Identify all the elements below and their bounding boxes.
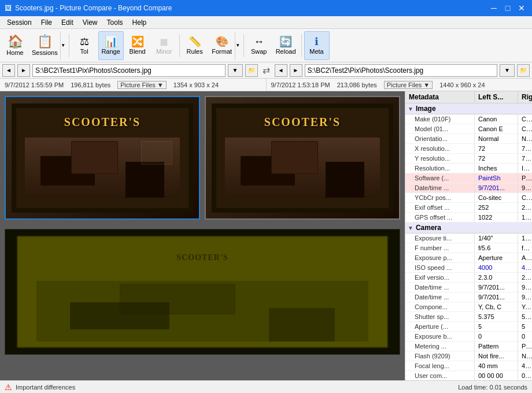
meta-button[interactable]: ℹ Meta bbox=[304, 31, 330, 60]
meta-val-left: 252 bbox=[475, 203, 518, 212]
meta-key: Metering ... bbox=[405, 342, 475, 351]
meta-key: Make (010F) bbox=[405, 114, 475, 124]
format-button-group[interactable]: 🎨 Format ▼ bbox=[209, 31, 241, 60]
home-icon: 🏠 bbox=[8, 35, 23, 48]
menu-session[interactable]: Session bbox=[2, 17, 36, 28]
meta-row: Software (... PaintSh PaintS bbox=[405, 173, 532, 183]
path-divider: ⇄ bbox=[260, 65, 272, 76]
meta-val-left: f/5.6 bbox=[475, 243, 518, 253]
meta-key: Orientatio... bbox=[405, 134, 475, 143]
left-path-input[interactable] bbox=[32, 64, 226, 77]
meta-key: F number ... bbox=[405, 243, 475, 253]
range-button[interactable]: 📊 Range bbox=[98, 31, 124, 60]
right-folder-button[interactable]: 📁 bbox=[517, 64, 530, 77]
meta-val-right: 1/40" bbox=[518, 233, 532, 243]
left-folder-button[interactable]: 📁 bbox=[245, 64, 258, 77]
meta-row: Make (010F) Canon Canon bbox=[405, 114, 532, 124]
meta-key: Focal leng... bbox=[405, 361, 475, 370]
meta-val-right: 40 mm bbox=[518, 361, 532, 370]
tol-button[interactable]: ⚖ Tol bbox=[72, 31, 97, 60]
meta-key: Model (01... bbox=[405, 124, 475, 134]
meta-key: Date/time ... bbox=[405, 283, 475, 292]
meta-val-right: 5 bbox=[518, 322, 532, 331]
meta-key: Exposure b... bbox=[405, 332, 475, 341]
right-file-info: 9/7/2012 1:53:18 PM 213,086 bytes Pictur… bbox=[267, 81, 533, 89]
meta-val-left: PaintSh bbox=[475, 173, 518, 183]
meta-row: F number ... f/5.6 f/5.6 bbox=[405, 243, 532, 253]
meta-val-right: 72 bbox=[518, 154, 532, 163]
swap-button[interactable]: ↔ Swap bbox=[246, 31, 272, 60]
metadata-scroll[interactable]: ▼Image Make (010F) Canon Canon Model (01… bbox=[405, 103, 532, 380]
menu-help[interactable]: Help bbox=[128, 17, 152, 28]
minor-button[interactable]: ◼ Minor bbox=[152, 31, 177, 60]
right-path-input[interactable] bbox=[305, 64, 498, 77]
status-bar: ⚠ Important differences Load time: 0.01 … bbox=[0, 380, 532, 393]
meta-val-right: Y, Cb, bbox=[518, 302, 532, 312]
meta-row: Exif offset ... 252 252 bbox=[405, 203, 532, 213]
left-sign-text: SCOOTER'S bbox=[64, 116, 141, 129]
toolbar: 🏠 Home 📋 Sessions ▼ ⚖ Tol 📊 Range 🔀 Blen… bbox=[0, 29, 532, 62]
left-file-type[interactable]: Picture Files ▼ bbox=[117, 81, 166, 89]
meta-key: Y resolutio... bbox=[405, 154, 475, 163]
meta-val-left: Co-sitec bbox=[475, 193, 518, 202]
reload-button[interactable]: 🔄 Reload bbox=[273, 31, 299, 60]
format-dropdown-arrow[interactable]: ▼ bbox=[235, 32, 241, 60]
maximize-button[interactable]: □ bbox=[502, 2, 513, 14]
right-back-button[interactable]: ◄ bbox=[275, 64, 287, 77]
toolbar-separator-4 bbox=[301, 34, 302, 57]
meta-row: Shutter sp... 5.375 5.375 bbox=[405, 312, 532, 322]
left-size: 196,811 bytes bbox=[71, 81, 110, 88]
menu-view[interactable]: View bbox=[78, 17, 102, 28]
meta-val-right: 0 bbox=[518, 332, 532, 341]
blend-button[interactable]: 🔀 Blend bbox=[125, 31, 150, 60]
left-file-info: 9/7/2012 1:55:59 PM 196,811 bytes Pictur… bbox=[0, 81, 266, 89]
meta-val-right: Inches bbox=[518, 164, 532, 173]
meta-val-left: Normal bbox=[475, 134, 518, 143]
meta-row: Model (01... Canon E Canon bbox=[405, 124, 532, 134]
left-forward-button[interactable]: ► bbox=[17, 64, 30, 77]
left-panel: SCOOTER'S SCOOTE bbox=[0, 91, 405, 380]
sessions-button-group[interactable]: 📋 Sessions ▼ bbox=[29, 31, 66, 60]
right-image-frame[interactable]: SCOOTER'S bbox=[205, 96, 400, 220]
right-forward-button[interactable]: ► bbox=[290, 64, 302, 77]
sessions-dropdown-arrow[interactable]: ▼ bbox=[60, 32, 66, 60]
meta-val-left: 9/7/201... bbox=[475, 283, 518, 292]
home-button[interactable]: 🏠 Home bbox=[2, 31, 28, 60]
right-browse-button[interactable]: ▼ bbox=[500, 64, 515, 77]
meta-section-camera[interactable]: ▼Camera bbox=[405, 223, 532, 233]
left-back-button[interactable]: ◄ bbox=[2, 64, 15, 77]
minimize-button[interactable]: ─ bbox=[488, 2, 500, 14]
meta-val-left: 40 mm bbox=[475, 361, 518, 370]
meta-row: Metering ... Pattern Pattern bbox=[405, 342, 532, 351]
menu-tools[interactable]: Tools bbox=[102, 17, 128, 28]
sessions-icon: 📋 bbox=[37, 35, 53, 48]
meta-val-left: Pattern bbox=[475, 342, 518, 351]
meta-key: YCbCr pos... bbox=[405, 193, 475, 202]
meta-row: Date/time ... 9/7/201... 9/7/20... bbox=[405, 283, 532, 292]
meta-header-key: Metadata bbox=[405, 91, 475, 103]
metadata-header: Metadata Left S... Rig... bbox=[405, 91, 532, 103]
status-diff-text: Important differences bbox=[16, 384, 75, 391]
meta-header-left: Left S... bbox=[475, 91, 518, 103]
toolbar-separator-3 bbox=[243, 34, 244, 57]
meta-row: Exposure ti... 1/40" 1/40" bbox=[405, 233, 532, 243]
meta-row: Aperture (... 5 5 bbox=[405, 322, 532, 332]
diff-area[interactable]: SCOOTER'S bbox=[0, 224, 405, 380]
meta-val-right: 00 00 0 bbox=[518, 371, 532, 380]
meta-val-right: Canon bbox=[518, 114, 532, 124]
format-button[interactable]: 🎨 Format bbox=[209, 32, 235, 60]
menu-file[interactable]: File bbox=[36, 17, 57, 28]
meta-val-right: Not fi... bbox=[518, 351, 532, 361]
rules-button[interactable]: 📏 Rules bbox=[182, 31, 208, 60]
left-image-frame[interactable]: SCOOTER'S bbox=[5, 96, 200, 220]
meta-val-left: Y, Cb, C bbox=[475, 302, 518, 312]
close-button[interactable]: ✕ bbox=[516, 2, 527, 14]
meta-icon: ℹ bbox=[315, 36, 319, 47]
meta-section-image[interactable]: ▼Image bbox=[405, 103, 532, 114]
meta-row: Date/time ... 9/7/201... 9/7/20 bbox=[405, 183, 532, 193]
left-browse-button[interactable]: ▼ bbox=[228, 64, 243, 77]
sessions-button[interactable]: 📋 Sessions bbox=[29, 32, 60, 60]
minor-icon: ◼ bbox=[160, 36, 168, 47]
right-file-type[interactable]: Picture Files ▼ bbox=[384, 81, 433, 89]
menu-edit[interactable]: Edit bbox=[57, 17, 78, 28]
